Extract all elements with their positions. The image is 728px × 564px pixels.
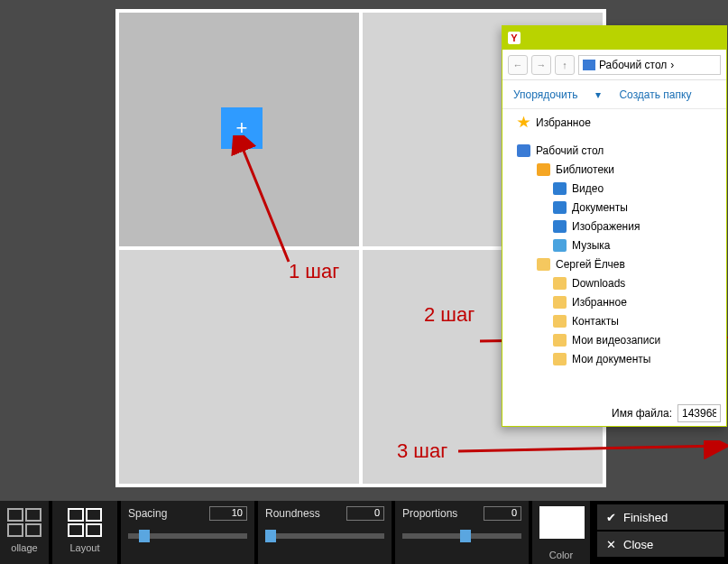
annotation-step-2: 2 шаг: [424, 303, 475, 327]
annotation-step-3: 3 шаг: [397, 439, 447, 463]
dialog-toolbar: Упорядочить ▾ Создать папку: [502, 80, 726, 109]
tree-music[interactable]: Музыка: [504, 236, 724, 254]
finished-button[interactable]: ✔ Finished: [597, 504, 724, 530]
new-folder-button[interactable]: Создать папку: [619, 88, 691, 101]
image-icon: [553, 220, 567, 233]
tree-downloads[interactable]: Downloads: [504, 273, 724, 292]
nav-up-button[interactable]: ↑: [555, 55, 575, 75]
filename-input[interactable]: [677, 404, 721, 422]
tree-libraries[interactable]: Библиотеки: [504, 160, 724, 179]
star-icon: [517, 116, 530, 129]
tree-label: Сергей Ёлчев: [556, 258, 625, 271]
close-button[interactable]: ✕ Close: [597, 532, 724, 557]
spacing-control: Spacing 10: [121, 501, 254, 564]
folder-icon: [553, 353, 567, 365]
filename-row: Имя файла:: [612, 404, 721, 422]
library-icon: [537, 163, 550, 176]
proportions-value[interactable]: 0: [484, 506, 521, 521]
nav-back-button[interactable]: ←: [508, 55, 528, 75]
video-icon: [553, 182, 567, 195]
collage-tab[interactable]: ollage: [0, 501, 49, 564]
tree-label: Музыка: [572, 239, 610, 252]
tree-myvideos[interactable]: Мои видеозаписи: [504, 330, 724, 349]
tree-desktop[interactable]: Рабочий стол: [504, 141, 724, 160]
tree-images[interactable]: Изображения: [504, 217, 724, 236]
color-swatch[interactable]: [539, 506, 585, 539]
tree-label: Контакты: [572, 315, 619, 328]
layout-label: Layout: [69, 542, 99, 553]
collage-cell-1[interactable]: +: [119, 13, 359, 246]
desktop-icon: [517, 144, 530, 157]
tree-label: Downloads: [572, 277, 625, 290]
dialog-nav-bar: ← → ↑ Рабочий стол ›: [502, 50, 726, 80]
collage-icon: [7, 508, 41, 537]
folder-icon: [553, 296, 567, 309]
add-image-button[interactable]: +: [221, 107, 263, 149]
finished-label: Finished: [623, 511, 668, 524]
desktop-icon: [583, 60, 595, 70]
tree-label: Видео: [572, 182, 604, 195]
tree-mydocs[interactable]: Мои документы: [504, 349, 724, 368]
organize-menu[interactable]: Упорядочить: [513, 88, 577, 101]
tree-documents[interactable]: Документы: [504, 198, 724, 217]
folder-icon: [553, 277, 567, 290]
bottom-toolbar: ollage Layout Spacing 10 Roundness 0 Pro…: [0, 501, 728, 564]
color-control[interactable]: Color: [532, 501, 590, 564]
tree-favs[interactable]: Избранное: [504, 292, 724, 311]
proportions-control: Proportions 0: [395, 501, 529, 564]
tree-label: Избранное: [572, 296, 627, 309]
tree-favorites[interactable]: Избранное: [504, 113, 724, 132]
collage-label: ollage: [11, 542, 37, 553]
tree-label: Библиотеки: [556, 163, 614, 176]
annotation-step-1: 1 шаг: [289, 260, 339, 283]
document-icon: [553, 201, 567, 214]
layout-icon: [68, 508, 102, 537]
nav-forward-button[interactable]: →: [531, 55, 551, 75]
tree-label: Мои документы: [572, 353, 650, 365]
check-icon: ✔: [606, 511, 616, 524]
file-open-dialog: Y ← → ↑ Рабочий стол › Упорядочить ▾ Соз…: [502, 25, 727, 427]
roundness-label: Roundness: [265, 507, 320, 520]
organize-dropdown-icon[interactable]: ▾: [595, 88, 601, 101]
tree-user[interactable]: Сергей Ёлчев: [504, 254, 724, 273]
music-icon: [553, 239, 567, 252]
tree-video[interactable]: Видео: [504, 179, 724, 198]
tree-label: Избранное: [536, 116, 591, 129]
roundness-control: Roundness 0: [258, 501, 392, 564]
proportions-slider[interactable]: [402, 533, 521, 539]
filename-label: Имя файла:: [612, 407, 672, 420]
proportions-label: Proportions: [402, 507, 457, 520]
folder-icon: [553, 315, 567, 328]
close-label: Close: [623, 538, 653, 551]
spacing-slider[interactable]: [128, 533, 247, 539]
tree-label: Изображения: [572, 220, 640, 233]
layout-button[interactable]: Layout: [52, 501, 117, 564]
folder-icon: [537, 258, 550, 271]
path-label: Рабочий стол: [599, 59, 667, 71]
color-label: Color: [539, 550, 583, 560]
app-icon: Y: [508, 32, 521, 44]
tree-contacts[interactable]: Контакты: [504, 311, 724, 330]
spacing-value[interactable]: 10: [209, 506, 247, 521]
spacing-label: Spacing: [128, 507, 167, 520]
tree-label: Документы: [572, 201, 628, 214]
dialog-titlebar[interactable]: Y: [502, 26, 726, 50]
close-icon: ✕: [606, 538, 616, 551]
nav-path-field[interactable]: Рабочий стол ›: [578, 55, 721, 75]
roundness-value[interactable]: 0: [346, 506, 384, 521]
tree-label: Мои видеозаписи: [572, 334, 660, 347]
folder-tree: Избранное Рабочий стол Библиотеки Видео …: [502, 109, 726, 372]
folder-icon: [553, 334, 567, 347]
plus-icon: +: [236, 116, 248, 140]
collage-cell-3[interactable]: [119, 250, 359, 484]
action-buttons: ✔ Finished ✕ Close: [594, 501, 728, 564]
tree-label: Рабочий стол: [536, 144, 604, 157]
path-arrow-icon: ›: [670, 59, 674, 71]
roundness-slider[interactable]: [265, 533, 384, 539]
